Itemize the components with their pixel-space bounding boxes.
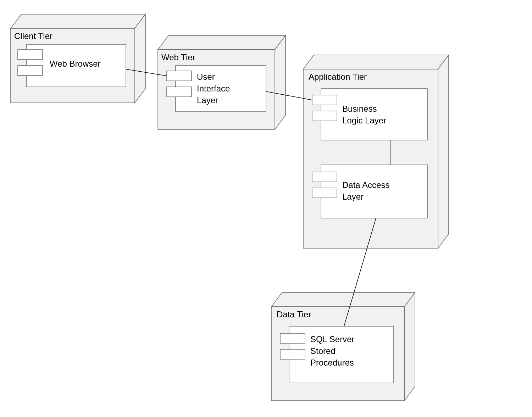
svg-marker-21 bbox=[271, 293, 415, 307]
svg-marker-22 bbox=[404, 293, 415, 401]
ui-layer-label-1: User bbox=[197, 72, 215, 82]
sql-server-label-3: Procedures bbox=[310, 358, 354, 367]
sql-server-label-1: SQL Server bbox=[310, 334, 355, 344]
svg-rect-5 bbox=[18, 66, 43, 76]
data-tier-node: Data Tier SQL Server Stored Procedures bbox=[271, 293, 415, 401]
web-tier-title: Web Tier bbox=[161, 52, 195, 62]
data-access-label-1: Data Access bbox=[342, 180, 389, 190]
web-tier-node: Web Tier User Interface Layer bbox=[158, 35, 286, 129]
business-logic-label-1: Business bbox=[342, 104, 377, 113]
ui-layer-component: User Interface Layer bbox=[167, 66, 266, 112]
svg-rect-16 bbox=[312, 95, 337, 105]
data-access-label-2: Layer bbox=[342, 192, 364, 201]
web-browser-label: Web Browser bbox=[50, 59, 101, 68]
svg-marker-7 bbox=[275, 35, 286, 129]
svg-marker-1 bbox=[135, 14, 145, 103]
sql-server-component: SQL Server Stored Procedures bbox=[280, 326, 394, 383]
business-logic-component: Business Logic Layer bbox=[312, 89, 427, 140]
sql-server-label-2: Stored bbox=[310, 346, 336, 356]
application-tier-title: Application Tier bbox=[309, 72, 367, 82]
svg-rect-11 bbox=[167, 87, 192, 97]
svg-rect-19 bbox=[312, 172, 337, 182]
svg-rect-26 bbox=[280, 349, 305, 359]
client-tier-node: Client Tier Web Browser bbox=[11, 14, 145, 103]
data-tier-title: Data Tier bbox=[277, 310, 311, 319]
ui-layer-label-2: Interface bbox=[197, 84, 230, 93]
svg-marker-12 bbox=[303, 55, 449, 69]
client-tier-title: Client Tier bbox=[14, 31, 52, 41]
application-tier-node: Application Tier Business Logic Layer Da… bbox=[303, 55, 449, 248]
ui-layer-label-3: Layer bbox=[197, 95, 218, 105]
svg-marker-13 bbox=[438, 55, 449, 248]
svg-rect-10 bbox=[167, 71, 192, 81]
data-access-component: Data Access Layer bbox=[312, 165, 427, 218]
svg-marker-0 bbox=[11, 14, 145, 28]
svg-rect-17 bbox=[312, 111, 337, 121]
business-logic-label-2: Logic Layer bbox=[342, 116, 386, 125]
svg-marker-6 bbox=[158, 35, 286, 50]
web-browser-component: Web Browser bbox=[18, 44, 126, 87]
svg-rect-25 bbox=[280, 333, 305, 343]
svg-rect-20 bbox=[312, 188, 337, 198]
svg-rect-4 bbox=[18, 50, 43, 60]
